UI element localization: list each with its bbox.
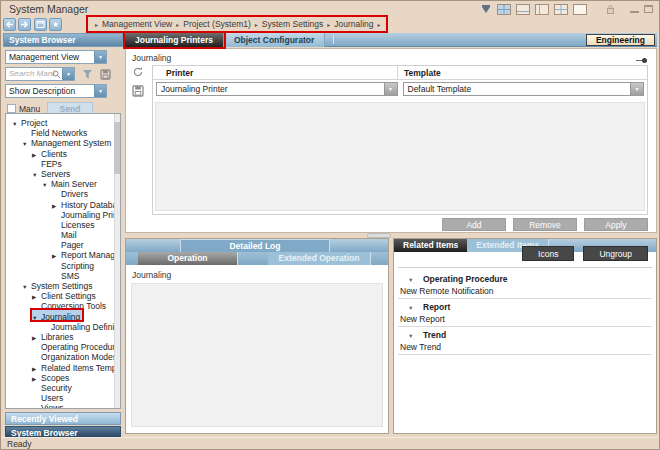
minimize-button[interactable] bbox=[630, 5, 639, 13]
tree-item-main-server[interactable]: ▼Main Server bbox=[6, 177, 113, 187]
breadcrumb-item-journaling[interactable]: Journaling bbox=[334, 19, 373, 29]
save-icon[interactable] bbox=[132, 85, 144, 97]
tree-item-related-items-templates[interactable]: ▶Related Items Templates bbox=[6, 361, 113, 371]
divider bbox=[398, 354, 652, 355]
tree-item-report-manager[interactable]: ▶Report Manager bbox=[6, 248, 113, 258]
maximize-button[interactable] bbox=[644, 5, 653, 13]
tab-extended-operation[interactable]: Extended Operation bbox=[268, 252, 371, 265]
tree-item-conversion-tools[interactable]: Conversion Tools bbox=[6, 299, 113, 309]
breadcrumb-item-management-view[interactable]: Management View bbox=[102, 19, 172, 29]
refresh-icon[interactable] bbox=[132, 66, 144, 78]
pin-icon[interactable] bbox=[636, 57, 647, 63]
layout-split-horizontal-icon[interactable] bbox=[516, 4, 530, 15]
layout-single-icon[interactable] bbox=[573, 4, 587, 15]
tree-item-project[interactable]: ▼Project bbox=[6, 116, 113, 126]
tree-item-organization-modes[interactable]: Organization Modes bbox=[6, 350, 113, 360]
tab-journaling-printers[interactable]: Journaling Printers bbox=[125, 33, 224, 47]
remove-button[interactable]: Remove bbox=[513, 218, 577, 231]
collapse-icon[interactable]: ▼ bbox=[22, 282, 31, 292]
forward-button[interactable] bbox=[18, 18, 31, 31]
related-item-new-remote-notification[interactable]: New Remote Notification bbox=[398, 285, 652, 297]
chevron-down-icon: ▼ bbox=[94, 85, 106, 97]
description-value: Show Description bbox=[9, 86, 75, 96]
save-icon[interactable] bbox=[100, 69, 111, 80]
collapse-icon[interactable]: ▼ bbox=[32, 313, 41, 323]
layout-grid-icon[interactable] bbox=[497, 4, 511, 15]
panel-side-toolbar bbox=[132, 66, 148, 104]
tab-object-configurator[interactable]: Object Configurator bbox=[224, 33, 325, 47]
tree-item-management-system[interactable]: ▼Management System bbox=[6, 136, 113, 146]
related-group-label: Trend bbox=[423, 330, 446, 340]
template-select[interactable]: Default Template ▼ bbox=[403, 82, 645, 96]
related-group-label: Operating Procedure bbox=[423, 274, 508, 284]
tree-item-feps[interactable]: FEPs bbox=[6, 157, 113, 167]
status-bar: Ready bbox=[1, 437, 659, 449]
related-group-report[interactable]: ▼Report bbox=[398, 301, 652, 313]
form-buttons: AddRemoveApply bbox=[442, 218, 648, 231]
engineering-mode-button[interactable]: Engineering bbox=[586, 34, 655, 46]
splitter-handle[interactable] bbox=[367, 233, 391, 238]
system-manager-window: System Manager ★ ▸Management View▸Projec… bbox=[0, 0, 660, 450]
tree-item-servers[interactable]: ▼Servers bbox=[6, 167, 113, 177]
related-item-new-report[interactable]: New Report bbox=[398, 313, 652, 325]
tree-item-security[interactable]: Security bbox=[6, 381, 113, 391]
divider bbox=[398, 326, 652, 327]
chevron-down-icon[interactable]: ▼ bbox=[62, 68, 74, 80]
tree-item-history-database[interactable]: ▶History Database bbox=[6, 198, 113, 208]
tree-item-field-networks[interactable]: Field Networks bbox=[6, 126, 113, 136]
search-input[interactable]: Search Manageme ▼ bbox=[5, 67, 75, 81]
history-button[interactable] bbox=[34, 18, 47, 31]
related-item-new-trend[interactable]: New Trend bbox=[398, 341, 652, 353]
related-group-trend[interactable]: ▼Trend bbox=[398, 329, 652, 341]
ungroup-button[interactable]: Ungroup bbox=[583, 246, 648, 261]
tree-item-mail[interactable]: Mail bbox=[6, 228, 113, 238]
search-icon bbox=[52, 70, 61, 79]
filter-icon[interactable] bbox=[82, 69, 93, 80]
add-button[interactable]: Add bbox=[442, 218, 506, 231]
description-select[interactable]: Show Description ▼ bbox=[5, 84, 107, 98]
related-group-operating-procedure[interactable]: ▼Operating Procedure bbox=[398, 273, 652, 285]
breadcrumb-arrow-icon: ▸ bbox=[378, 21, 381, 28]
dock-icon[interactable] bbox=[480, 4, 492, 15]
tree-item-views[interactable]: Views bbox=[6, 401, 113, 409]
tree-item-journaling-definition1[interactable]: Journaling Definition1 bbox=[6, 320, 113, 330]
table-row: Journaling Printer ▼ Default Template ▼ bbox=[153, 80, 647, 98]
tab-operation[interactable]: Operation bbox=[138, 252, 238, 265]
printer-select[interactable]: Journaling Printer ▼ bbox=[156, 82, 398, 96]
tree-item-label: Views bbox=[41, 403, 64, 409]
back-button[interactable] bbox=[3, 18, 16, 31]
search-placeholder: Search Manageme bbox=[9, 69, 55, 78]
main-area: Journaling PrintersObject Configurator E… bbox=[125, 33, 657, 437]
apply-button[interactable]: Apply bbox=[584, 218, 648, 231]
manual-send-checkbox[interactable] bbox=[7, 104, 16, 113]
printer-column-header: Printer bbox=[153, 66, 398, 79]
collapse-icon[interactable]: ▼ bbox=[12, 119, 21, 129]
tree-item-users[interactable]: Users bbox=[6, 391, 113, 401]
breadcrumb-item-project-system1-[interactable]: Project (System1) bbox=[183, 19, 251, 29]
view-mode-value: Management View bbox=[9, 52, 79, 62]
collapse-icon[interactable]: ▼ bbox=[42, 180, 51, 190]
tree-item-pager[interactable]: Pager bbox=[6, 238, 113, 248]
breadcrumb-arrow-icon: ▸ bbox=[176, 21, 179, 28]
tree-item-system-settings[interactable]: ▼System Settings bbox=[6, 279, 113, 289]
layout-quad-icon[interactable] bbox=[554, 4, 568, 15]
scrollbar-thumb[interactable] bbox=[114, 122, 120, 174]
panel-bar-recently-viewed[interactable]: Recently Viewed bbox=[5, 412, 121, 425]
breadcrumb-item-system-settings[interactable]: System Settings bbox=[262, 19, 323, 29]
journaling-printers-panel: Journaling Printer Template Journaling P… bbox=[125, 48, 657, 233]
layout-split-vertical-icon[interactable] bbox=[535, 4, 549, 15]
tree-scrollbar[interactable] bbox=[114, 114, 120, 408]
sidebar-panels: Recently ViewedSystem Browser bbox=[5, 411, 121, 440]
tree-item-sms[interactable]: SMS bbox=[6, 269, 113, 279]
tree-item-operating-procedures[interactable]: Operating Procedures bbox=[6, 340, 113, 350]
favorites-button[interactable]: ★ bbox=[49, 18, 62, 31]
detailed-log-tabbar: Detailed Log bbox=[126, 239, 388, 252]
icons-button[interactable]: Icons bbox=[522, 246, 574, 261]
tab-related-items[interactable]: Related Items bbox=[394, 239, 467, 252]
collapse-icon[interactable]: ▼ bbox=[32, 170, 41, 180]
detailed-log-subtabs: OperationExtended Operation bbox=[126, 252, 388, 265]
collapse-icon[interactable]: ▼ bbox=[22, 139, 31, 149]
tree-item-journaling-printer[interactable]: Journaling Printer bbox=[6, 208, 113, 218]
view-mode-select[interactable]: Management View ▼ bbox=[5, 50, 107, 64]
tab-detailed-log[interactable]: Detailed Log bbox=[180, 239, 330, 252]
